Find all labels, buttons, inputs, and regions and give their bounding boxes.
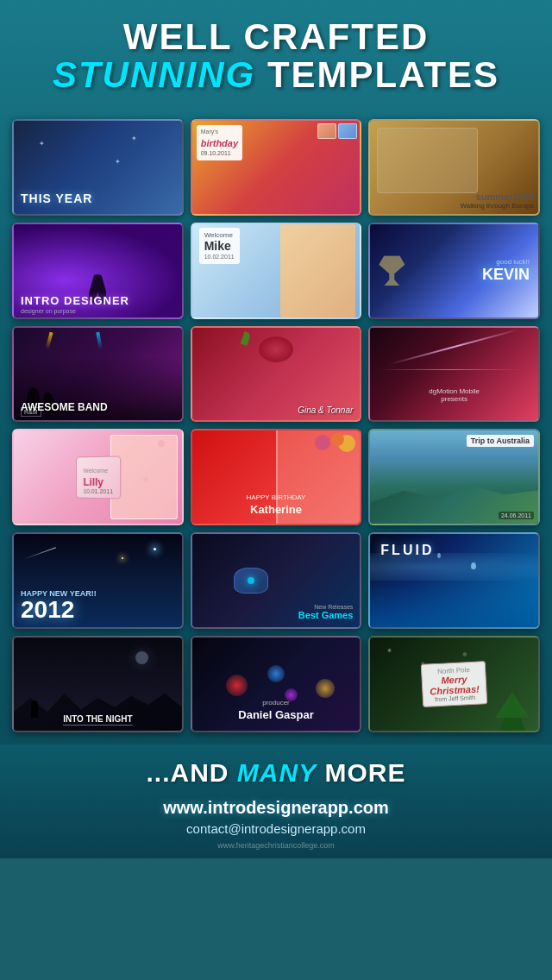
header-stunning: STUNNING [53, 54, 255, 95]
mary-card: Mary's birthday 09.10.2011 [197, 125, 242, 160]
new-year-content: HAPPY NEW YEAR!! 2012 [14, 534, 182, 627]
mike-card: Welcome Mike 10.02.2011 [199, 228, 240, 264]
thumb-mary-birthday[interactable]: Mary's birthday 09.10.2011 [191, 119, 362, 216]
thumb-gina[interactable]: Gina & Tonnar [191, 326, 362, 423]
footer-many: MANY [237, 758, 317, 787]
trip-text: Trip to Australia [467, 435, 534, 447]
intro-designer-sub: designer on purpose [21, 308, 76, 314]
thumb-fluid[interactable]: FLUID [368, 532, 540, 629]
awesome-band-tag: R&M [21, 407, 41, 417]
thumb-new-year[interactable]: HAPPY NEW YEAR!! 2012 [12, 532, 184, 629]
header: WELL CRAFTED STUNNING TEMPLATES [0, 0, 552, 110]
website-url[interactable]: www.introdesignerapp.com [17, 798, 535, 818]
thumb-summer2010[interactable]: summer2010 Walking through Europe [368, 119, 540, 216]
dgmotion-text: dgMotion Mobilepresents [429, 387, 480, 403]
christmas-card: North Pole MerryChristmas! from Jeff Smi… [370, 638, 538, 731]
katherine-text: HAPPY BIRTHDAY Katherine [247, 493, 306, 517]
thumb-dgmotion[interactable]: dgMotion Mobilepresents [368, 326, 540, 423]
trip-date: 24.06.2011 [499, 512, 534, 519]
kevin-text: good luck!! KEVIN [482, 258, 530, 284]
thumb-intro-designer[interactable]: INTRO DESIGNER designer on purpose [12, 223, 184, 319]
thumb-mike[interactable]: Welcome Mike 10.02.2011 [191, 223, 362, 319]
thumb-katherine[interactable]: HAPPY BIRTHDAY Katherine [191, 429, 362, 525]
contact-email[interactable]: contact@introdesignerapp.com [17, 821, 535, 836]
thumb-awesome-band[interactable]: AWESOME BAND R&M [12, 326, 184, 423]
header-line2: STUNNING TEMPLATES [17, 55, 535, 95]
thumb-into-night[interactable]: INTO THE NIGHT [12, 636, 184, 732]
thumbnails-grid: ✦ ✦ ✦ THIS YEAR Mary's birthday 09.10.20… [12, 119, 540, 732]
thumb-lilly[interactable]: Welcome Lilly 10.01.2011 [12, 429, 184, 525]
games-text: New Releases Best Games [298, 604, 354, 620]
fluid-label: FLUID [380, 543, 434, 558]
lilly-book: Welcome Lilly 10.01.2011 [14, 430, 182, 524]
thumb-christmas[interactable]: ❄ ❄ ❄ North Pole MerryChristmas! from Je… [368, 636, 540, 732]
gina-text: Gina & Tonnar [298, 405, 353, 415]
page-wrapper: WELL CRAFTED STUNNING TEMPLATES ✦ ✦ ✦ TH… [0, 0, 552, 858]
this-year-label: THIS YEAR [21, 192, 92, 205]
header-templates: TEMPLATES [255, 54, 499, 95]
thumb-games[interactable]: New Releases Best Games [191, 532, 362, 629]
thumb-daniel[interactable]: producer Daniel Gaspar [191, 636, 362, 732]
daniel-text: producer Daniel Gaspar [238, 699, 313, 722]
thumb-australia[interactable]: Trip to Australia 24.06.2011 [368, 429, 540, 525]
footer-more: MORE [317, 758, 405, 787]
grid-section: ✦ ✦ ✦ THIS YEAR Mary's birthday 09.10.20… [0, 110, 552, 744]
footer-credit: www.heritagechristiancollege.com [17, 841, 535, 850]
into-night-label: INTO THE NIGHT [63, 710, 132, 726]
and-many-more: ...AND MANY MORE [17, 758, 535, 788]
summer-text: summer2010 Walking through Europe [460, 192, 534, 210]
header-line1: WELL CRAFTED [17, 19, 535, 55]
footer: ...AND MANY MORE www.introdesignerapp.co… [0, 744, 552, 858]
thumb-kevin[interactable]: good luck!! KEVIN [368, 223, 540, 319]
footer-and: ...AND [146, 758, 236, 787]
thumb-this-year[interactable]: ✦ ✦ ✦ THIS YEAR [12, 119, 184, 216]
intro-designer-label: INTRO DESIGNER [21, 294, 129, 307]
